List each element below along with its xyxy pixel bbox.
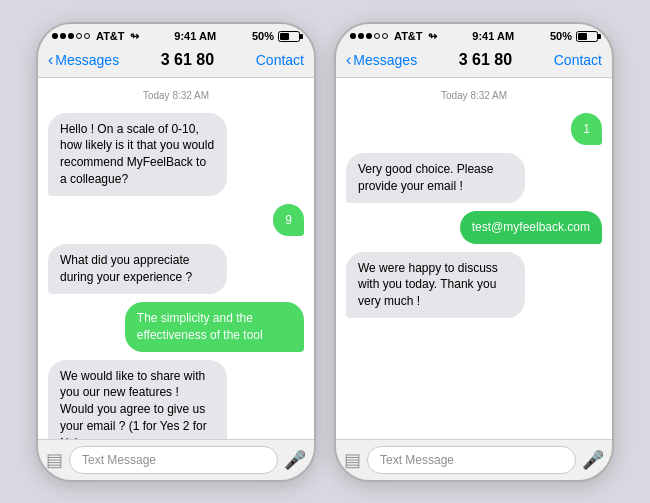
message-row: test@myfeelback.com xyxy=(346,211,602,244)
dot xyxy=(84,33,90,39)
battery-percent-2: 50% xyxy=(550,30,572,42)
mic-icon-1[interactable]: 🎤 xyxy=(284,449,306,471)
camera-icon-2[interactable]: ▤ xyxy=(344,449,361,471)
back-label-1: Messages xyxy=(55,52,119,68)
dot xyxy=(350,33,356,39)
message-row: 1 xyxy=(346,113,602,146)
bubble-green: 9 xyxy=(273,204,304,237)
carrier-1: AT&T xyxy=(96,30,125,42)
battery-fill-1 xyxy=(280,33,289,40)
nav-title-1: 3 61 80 xyxy=(161,51,214,69)
phone-1: AT&T ↬ 9:41 AM 50% ‹ Messages 3 61 80 Co… xyxy=(36,22,316,482)
wifi-icon-1: ↬ xyxy=(130,30,139,43)
messages-area-2: Today 8:32 AM 1 Very good choice. Please… xyxy=(336,78,612,439)
nav-bar-1: ‹ Messages 3 61 80 Contact xyxy=(38,47,314,78)
status-bar-1: AT&T ↬ 9:41 AM 50% xyxy=(38,24,314,47)
messages-area-1: Today 8:32 AM Hello ! On a scale of 0-10… xyxy=(38,78,314,439)
dot xyxy=(358,33,364,39)
bubble-gray: What did you appreciate during your expe… xyxy=(48,244,227,294)
input-bar-1: ▤ Text Message 🎤 xyxy=(38,439,314,480)
input-bar-2: ▤ Text Message 🎤 xyxy=(336,439,612,480)
message-row: Hello ! On a scale of 0-10, how likely i… xyxy=(48,113,304,196)
text-input-placeholder-2: Text Message xyxy=(380,453,454,467)
battery-fill-2 xyxy=(578,33,587,40)
message-row: 9 xyxy=(48,204,304,237)
status-bar-2: AT&T ↬ 9:41 AM 50% xyxy=(336,24,612,47)
contact-button-2[interactable]: Contact xyxy=(554,52,602,68)
back-chevron-1: ‹ xyxy=(48,51,53,69)
battery-bar-1 xyxy=(278,31,300,42)
message-row: We would like to share with you our new … xyxy=(48,360,304,439)
text-input-2[interactable]: Text Message xyxy=(367,446,576,474)
message-row: The simplicity and the effectiveness of … xyxy=(48,302,304,352)
bubble-gray: Hello ! On a scale of 0-10, how likely i… xyxy=(48,113,227,196)
phone-2: AT&T ↬ 9:41 AM 50% ‹ Messages 3 61 80 Co… xyxy=(334,22,614,482)
status-right-1: 50% xyxy=(252,30,300,42)
contact-button-1[interactable]: Contact xyxy=(256,52,304,68)
date-label-2: Today 8:32 AM xyxy=(346,90,602,101)
carrier-2: AT&T xyxy=(394,30,423,42)
dot xyxy=(366,33,372,39)
date-label-1: Today 8:32 AM xyxy=(48,90,304,101)
message-row: What did you appreciate during your expe… xyxy=(48,244,304,294)
battery-percent-1: 50% xyxy=(252,30,274,42)
dot xyxy=(76,33,82,39)
dot xyxy=(374,33,380,39)
time-2: 9:41 AM xyxy=(472,30,514,42)
status-left-1: AT&T ↬ xyxy=(52,30,139,43)
message-row: We were happy to discuss with you today.… xyxy=(346,252,602,318)
bubble-green-dark: test@myfeelback.com xyxy=(460,211,602,244)
camera-icon-1[interactable]: ▤ xyxy=(46,449,63,471)
phones-container: AT&T ↬ 9:41 AM 50% ‹ Messages 3 61 80 Co… xyxy=(16,2,634,502)
bubble-gray: We would like to share with you our new … xyxy=(48,360,227,439)
back-button-2[interactable]: ‹ Messages xyxy=(346,51,417,69)
battery-bar-2 xyxy=(576,31,598,42)
time-1: 9:41 AM xyxy=(174,30,216,42)
text-input-1[interactable]: Text Message xyxy=(69,446,278,474)
wifi-icon-2: ↬ xyxy=(428,30,437,43)
mic-icon-2[interactable]: 🎤 xyxy=(582,449,604,471)
dot xyxy=(52,33,58,39)
back-chevron-2: ‹ xyxy=(346,51,351,69)
bubble-gray: We were happy to discuss with you today.… xyxy=(346,252,525,318)
bubble-gray: Very good choice. Please provide your em… xyxy=(346,153,525,203)
signal-dots-2 xyxy=(350,33,388,39)
bubble-green: 1 xyxy=(571,113,602,146)
status-right-2: 50% xyxy=(550,30,598,42)
signal-dots-1 xyxy=(52,33,90,39)
back-label-2: Messages xyxy=(353,52,417,68)
back-button-1[interactable]: ‹ Messages xyxy=(48,51,119,69)
dot xyxy=(68,33,74,39)
dot xyxy=(382,33,388,39)
status-left-2: AT&T ↬ xyxy=(350,30,437,43)
dot xyxy=(60,33,66,39)
text-input-placeholder-1: Text Message xyxy=(82,453,156,467)
bubble-green: The simplicity and the effectiveness of … xyxy=(125,302,304,352)
message-row: Very good choice. Please provide your em… xyxy=(346,153,602,203)
nav-bar-2: ‹ Messages 3 61 80 Contact xyxy=(336,47,612,78)
nav-title-2: 3 61 80 xyxy=(459,51,512,69)
